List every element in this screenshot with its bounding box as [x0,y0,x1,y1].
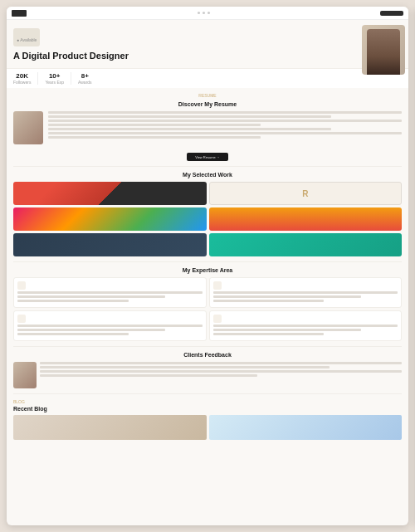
resume-title: Discover My Resume [13,101,402,107]
resume-photo [13,111,43,144]
hero-avatar [362,25,405,75]
work-item-4 [209,207,403,231]
exp-icon-4 [213,315,222,323]
work-item-5 [13,233,207,256]
work-item-1 [13,182,207,205]
blog-title: Recent Blog [13,406,47,412]
stats-row: 20K Followers 10+ Years Exp 8+ Awards [7,68,408,88]
left-column: ● Available A Digital Product Designer 2… [7,7,408,525]
feedback-person-photo [13,362,37,388]
work-item-3 [13,207,207,231]
hire-me-btn[interactable] [380,11,403,16]
stat-followers: 20K Followers [13,72,31,85]
blog-section: BLOG Recent Blog [7,394,408,445]
left-logo [12,10,27,17]
expertise-card-2 [209,277,403,308]
hero-title: A Digital Product Designer [13,50,286,61]
expertise-card-4 [209,310,403,341]
resume-text [48,111,402,140]
blog-tag: BLOG [13,399,47,404]
stat-awards: 8+ Awards [78,72,92,85]
feedback-section: Clients Feedback [7,347,408,393]
left-nav [7,7,408,20]
exp-icon-3 [17,315,26,323]
feedback-text [40,362,402,378]
exp-icon-2 [213,281,222,290]
feedback-title: Clients Feedback [13,352,402,358]
work-grid: R [13,182,402,256]
resume-tag: RESUME [13,93,402,98]
nav-dot [208,12,210,14]
nav-dot [203,12,205,14]
work-item-6 [209,233,403,256]
blog-grid [13,415,402,440]
blog-item-1 [13,415,207,440]
blog-item-2 [209,415,403,440]
selected-work-section: My Selected Work R [7,167,408,261]
view-resume-btn[interactable]: View Resume → [195,155,220,159]
left-hero: ● Available A Digital Product Designer [7,20,408,68]
nav-dot [198,12,200,14]
expertise-card-3 [13,310,207,341]
expertise-section: My Expertise Area [7,262,408,346]
expertise-grid [13,277,402,341]
resume-section: RESUME Discover My Resume View Resume → [7,88,408,166]
selected-work-title: My Selected Work [13,172,402,178]
expertise-title: My Expertise Area [13,267,402,273]
expertise-card-1 [13,277,207,308]
available-badge: ● Available [17,37,37,42]
exp-icon-1 [17,281,26,290]
work-item-2: R [209,182,403,205]
stat-experience: 10+ Years Exp [45,72,64,85]
